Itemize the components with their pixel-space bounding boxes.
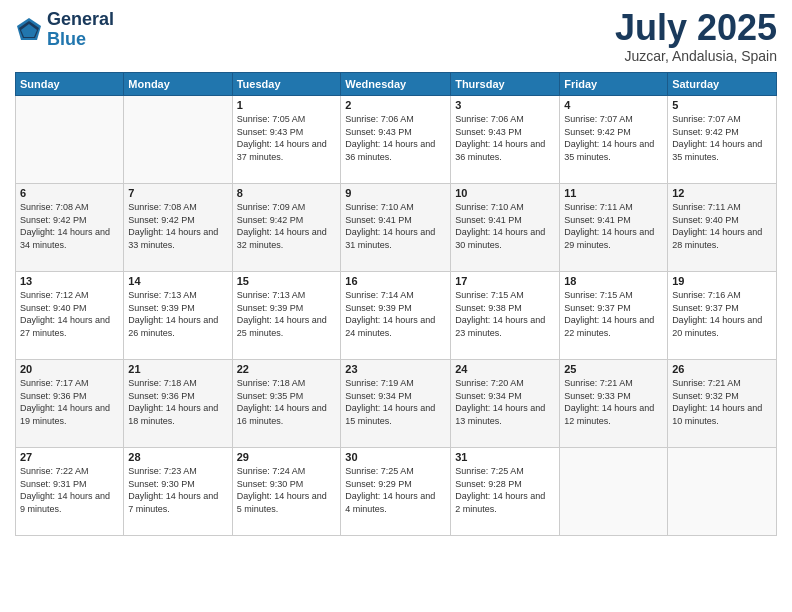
day-info: Sunrise: 7:08 AMSunset: 9:42 PMDaylight:… (128, 201, 227, 251)
day-cell: 6Sunrise: 7:08 AMSunset: 9:42 PMDaylight… (16, 184, 124, 272)
day-number: 7 (128, 187, 227, 199)
calendar: SundayMondayTuesdayWednesdayThursdayFrid… (15, 72, 777, 536)
day-info: Sunrise: 7:11 AMSunset: 9:41 PMDaylight:… (564, 201, 663, 251)
page: General Blue July 2025 Juzcar, Andalusia… (0, 0, 792, 612)
day-cell: 7Sunrise: 7:08 AMSunset: 9:42 PMDaylight… (124, 184, 232, 272)
day-info: Sunrise: 7:15 AMSunset: 9:37 PMDaylight:… (564, 289, 663, 339)
day-info: Sunrise: 7:18 AMSunset: 9:35 PMDaylight:… (237, 377, 337, 427)
day-cell: 23Sunrise: 7:19 AMSunset: 9:34 PMDayligh… (341, 360, 451, 448)
day-cell: 19Sunrise: 7:16 AMSunset: 9:37 PMDayligh… (668, 272, 777, 360)
day-cell: 9Sunrise: 7:10 AMSunset: 9:41 PMDaylight… (341, 184, 451, 272)
day-cell: 1Sunrise: 7:05 AMSunset: 9:43 PMDaylight… (232, 96, 341, 184)
day-info: Sunrise: 7:15 AMSunset: 9:38 PMDaylight:… (455, 289, 555, 339)
week-row-3: 13Sunrise: 7:12 AMSunset: 9:40 PMDayligh… (16, 272, 777, 360)
day-header-thursday: Thursday (451, 73, 560, 96)
day-info: Sunrise: 7:23 AMSunset: 9:30 PMDaylight:… (128, 465, 227, 515)
day-info: Sunrise: 7:21 AMSunset: 9:33 PMDaylight:… (564, 377, 663, 427)
day-cell: 13Sunrise: 7:12 AMSunset: 9:40 PMDayligh… (16, 272, 124, 360)
day-cell: 2Sunrise: 7:06 AMSunset: 9:43 PMDaylight… (341, 96, 451, 184)
day-number: 21 (128, 363, 227, 375)
day-info: Sunrise: 7:24 AMSunset: 9:30 PMDaylight:… (237, 465, 337, 515)
day-cell: 16Sunrise: 7:14 AMSunset: 9:39 PMDayligh… (341, 272, 451, 360)
day-cell (16, 96, 124, 184)
day-cell: 25Sunrise: 7:21 AMSunset: 9:33 PMDayligh… (560, 360, 668, 448)
day-number: 27 (20, 451, 119, 463)
day-header-friday: Friday (560, 73, 668, 96)
day-cell: 11Sunrise: 7:11 AMSunset: 9:41 PMDayligh… (560, 184, 668, 272)
day-number: 17 (455, 275, 555, 287)
logo-line2: Blue (47, 30, 114, 50)
day-info: Sunrise: 7:08 AMSunset: 9:42 PMDaylight:… (20, 201, 119, 251)
day-cell: 24Sunrise: 7:20 AMSunset: 9:34 PMDayligh… (451, 360, 560, 448)
day-cell: 15Sunrise: 7:13 AMSunset: 9:39 PMDayligh… (232, 272, 341, 360)
day-cell: 10Sunrise: 7:10 AMSunset: 9:41 PMDayligh… (451, 184, 560, 272)
day-cell: 31Sunrise: 7:25 AMSunset: 9:28 PMDayligh… (451, 448, 560, 536)
day-number: 18 (564, 275, 663, 287)
day-info: Sunrise: 7:11 AMSunset: 9:40 PMDaylight:… (672, 201, 772, 251)
day-number: 8 (237, 187, 337, 199)
day-info: Sunrise: 7:09 AMSunset: 9:42 PMDaylight:… (237, 201, 337, 251)
logo-icon (15, 16, 43, 44)
day-info: Sunrise: 7:13 AMSunset: 9:39 PMDaylight:… (237, 289, 337, 339)
logo-line1: General (47, 10, 114, 30)
day-number: 20 (20, 363, 119, 375)
day-info: Sunrise: 7:07 AMSunset: 9:42 PMDaylight:… (672, 113, 772, 163)
day-cell (560, 448, 668, 536)
title-block: July 2025 Juzcar, Andalusia, Spain (615, 10, 777, 64)
day-number: 29 (237, 451, 337, 463)
day-info: Sunrise: 7:22 AMSunset: 9:31 PMDaylight:… (20, 465, 119, 515)
day-info: Sunrise: 7:21 AMSunset: 9:32 PMDaylight:… (672, 377, 772, 427)
logo-text: General Blue (47, 10, 114, 50)
day-number: 26 (672, 363, 772, 375)
day-number: 23 (345, 363, 446, 375)
day-number: 31 (455, 451, 555, 463)
day-cell: 5Sunrise: 7:07 AMSunset: 9:42 PMDaylight… (668, 96, 777, 184)
day-number: 9 (345, 187, 446, 199)
week-row-4: 20Sunrise: 7:17 AMSunset: 9:36 PMDayligh… (16, 360, 777, 448)
day-cell: 22Sunrise: 7:18 AMSunset: 9:35 PMDayligh… (232, 360, 341, 448)
day-number: 5 (672, 99, 772, 111)
day-info: Sunrise: 7:10 AMSunset: 9:41 PMDaylight:… (455, 201, 555, 251)
day-number: 14 (128, 275, 227, 287)
day-cell: 3Sunrise: 7:06 AMSunset: 9:43 PMDaylight… (451, 96, 560, 184)
day-info: Sunrise: 7:10 AMSunset: 9:41 PMDaylight:… (345, 201, 446, 251)
day-info: Sunrise: 7:17 AMSunset: 9:36 PMDaylight:… (20, 377, 119, 427)
day-cell: 27Sunrise: 7:22 AMSunset: 9:31 PMDayligh… (16, 448, 124, 536)
day-cell: 14Sunrise: 7:13 AMSunset: 9:39 PMDayligh… (124, 272, 232, 360)
day-info: Sunrise: 7:07 AMSunset: 9:42 PMDaylight:… (564, 113, 663, 163)
day-info: Sunrise: 7:13 AMSunset: 9:39 PMDaylight:… (128, 289, 227, 339)
day-number: 28 (128, 451, 227, 463)
day-info: Sunrise: 7:25 AMSunset: 9:28 PMDaylight:… (455, 465, 555, 515)
day-number: 3 (455, 99, 555, 111)
day-number: 2 (345, 99, 446, 111)
day-info: Sunrise: 7:20 AMSunset: 9:34 PMDaylight:… (455, 377, 555, 427)
day-number: 6 (20, 187, 119, 199)
day-info: Sunrise: 7:19 AMSunset: 9:34 PMDaylight:… (345, 377, 446, 427)
day-number: 19 (672, 275, 772, 287)
day-cell: 17Sunrise: 7:15 AMSunset: 9:38 PMDayligh… (451, 272, 560, 360)
day-header-monday: Monday (124, 73, 232, 96)
day-cell: 20Sunrise: 7:17 AMSunset: 9:36 PMDayligh… (16, 360, 124, 448)
day-number: 1 (237, 99, 337, 111)
day-number: 4 (564, 99, 663, 111)
day-info: Sunrise: 7:05 AMSunset: 9:43 PMDaylight:… (237, 113, 337, 163)
day-info: Sunrise: 7:18 AMSunset: 9:36 PMDaylight:… (128, 377, 227, 427)
day-info: Sunrise: 7:06 AMSunset: 9:43 PMDaylight:… (345, 113, 446, 163)
day-cell: 30Sunrise: 7:25 AMSunset: 9:29 PMDayligh… (341, 448, 451, 536)
day-number: 15 (237, 275, 337, 287)
week-row-5: 27Sunrise: 7:22 AMSunset: 9:31 PMDayligh… (16, 448, 777, 536)
day-number: 10 (455, 187, 555, 199)
day-cell: 4Sunrise: 7:07 AMSunset: 9:42 PMDaylight… (560, 96, 668, 184)
day-cell: 26Sunrise: 7:21 AMSunset: 9:32 PMDayligh… (668, 360, 777, 448)
day-header-wednesday: Wednesday (341, 73, 451, 96)
day-cell (668, 448, 777, 536)
day-header-saturday: Saturday (668, 73, 777, 96)
day-cell (124, 96, 232, 184)
day-cell: 29Sunrise: 7:24 AMSunset: 9:30 PMDayligh… (232, 448, 341, 536)
day-info: Sunrise: 7:16 AMSunset: 9:37 PMDaylight:… (672, 289, 772, 339)
day-cell: 12Sunrise: 7:11 AMSunset: 9:40 PMDayligh… (668, 184, 777, 272)
day-info: Sunrise: 7:14 AMSunset: 9:39 PMDaylight:… (345, 289, 446, 339)
day-number: 25 (564, 363, 663, 375)
day-number: 13 (20, 275, 119, 287)
day-cell: 21Sunrise: 7:18 AMSunset: 9:36 PMDayligh… (124, 360, 232, 448)
